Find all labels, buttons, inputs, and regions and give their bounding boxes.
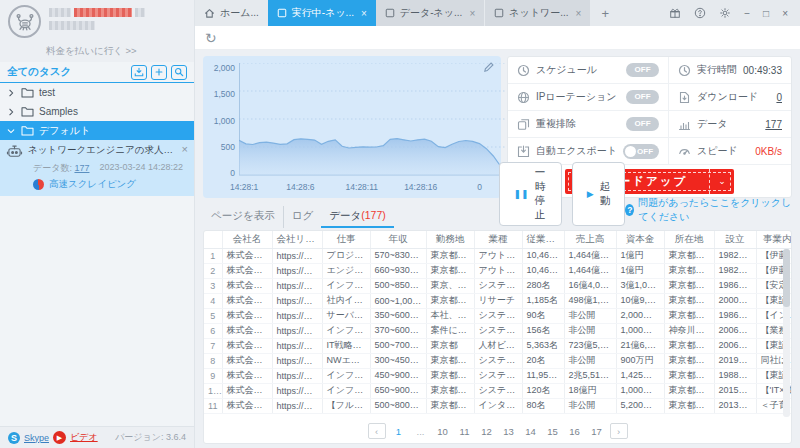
table-row[interactable]: 5株式会社ワ...https://www...サーバーエ...350~600万円… (204, 308, 792, 323)
table-row[interactable]: 11株式会社ミ...https://www...【フルリモ...500~800万… (204, 398, 792, 413)
page-ellipsis: ... (412, 423, 430, 439)
table-row[interactable]: 8株式会社CR...https://www...NWエンジニ...300~450… (204, 353, 792, 368)
video-icon[interactable]: ▶ (53, 431, 66, 444)
tab-running-task[interactable]: 実行中-ネッ...× (268, 0, 376, 26)
table-row[interactable]: 1株式会社ベ...https://www...プロジェク...570~830万円… (204, 248, 792, 263)
upgrade-link[interactable]: 料金を払いに行く >> (0, 44, 194, 62)
table-cell: https://www... (272, 248, 322, 263)
table-cell: プロジェク... (322, 248, 370, 263)
import-task-icon[interactable] (131, 65, 147, 80)
table-row[interactable]: 10株式会社SA...https://www...インフラ系P...650~90… (204, 383, 792, 398)
table-row[interactable]: 2株式会社ベ...https://www...エンジニア...660~930万円… (204, 263, 792, 278)
question-icon: ? (625, 204, 634, 216)
gear-icon[interactable] (719, 7, 731, 19)
table-cell: 1 (204, 248, 222, 263)
video-link[interactable]: ビデオ (70, 431, 98, 444)
help-link[interactable]: ? 問題があったらここをクリックしてください (625, 196, 792, 224)
x-tick-label: 0 (477, 182, 482, 192)
y-tick-label: 500 (221, 142, 235, 152)
next-page-button[interactable]: › (610, 423, 628, 439)
tab-data-task[interactable]: データ-ネッ...× (376, 0, 485, 26)
pause-button[interactable]: ❚❚一時停止 (499, 162, 562, 226)
tab-show-page[interactable]: ページを表示 (203, 206, 283, 228)
toggle-off[interactable]: OFF (626, 90, 659, 104)
page-button-11[interactable]: 11 (456, 423, 474, 439)
tab-data[interactable]: データ(177) (321, 206, 394, 228)
table-cell: 案件により... (426, 323, 474, 338)
skype-link[interactable]: Skype (24, 433, 49, 443)
close-tab-icon[interactable]: × (576, 8, 582, 19)
table-row[interactable]: 6株式会社ネ...https://www...インフラPL...370~600万… (204, 323, 792, 338)
find-task-icon[interactable] (171, 65, 187, 80)
table-cell: 21億6,300万... (616, 338, 664, 353)
close-tab-icon[interactable]: × (469, 8, 475, 19)
close-tab-icon[interactable]: × (361, 8, 367, 19)
x-tick-label: 14:28:6 (286, 182, 314, 192)
setting-label: スケジュール (536, 63, 620, 77)
page-button-12[interactable]: 12 (478, 423, 496, 439)
chart-plot: 14:28:114:28:614:28:1114:28:160 (239, 63, 495, 194)
stat-value[interactable]: 177 (765, 119, 782, 130)
table-cell: https://www... (272, 368, 322, 383)
table-cell: 5,363名 (522, 338, 564, 353)
setting-label: 自動エクスポート (536, 144, 617, 158)
gift-icon[interactable] (669, 7, 681, 19)
refresh-icon[interactable]: ↻ (205, 31, 217, 45)
column-header: 勤務地 (426, 231, 474, 248)
table-row[interactable]: 3株式会社バ...https://www...インフラエ...500~850万円… (204, 278, 792, 293)
page-button-1[interactable]: 1 (390, 423, 408, 439)
table-row[interactable]: 7株式会社ウ...https://www...IT戦略本部...500~700万… (204, 338, 792, 353)
chevron-right-icon[interactable] (6, 108, 16, 116)
setting-label: IPローテーション (536, 90, 620, 104)
tab-log[interactable]: ログ (283, 206, 322, 228)
minimize-button[interactable]: − (744, 8, 750, 19)
close-button[interactable]: × (782, 8, 788, 19)
table-cell: 東京都本社... (426, 383, 474, 398)
table-cell: 9 (204, 368, 222, 383)
new-task-icon[interactable] (151, 65, 167, 80)
table-row[interactable]: 4株式会社マ...https://www...社内インフ...600~1,000… (204, 293, 792, 308)
page-button-16[interactable]: 16 (566, 423, 584, 439)
table-cell: 東京都港区 (426, 248, 474, 263)
toggle-off[interactable]: OFF (626, 117, 659, 131)
chevron-down-icon[interactable] (6, 127, 16, 135)
page-button-15[interactable]: 15 (544, 423, 562, 439)
new-tab-button[interactable]: + (591, 0, 619, 26)
stat-value[interactable]: 0 (776, 92, 782, 103)
page-button-13[interactable]: 13 (500, 423, 518, 439)
table-row[interactable]: 9株式会社エ...https://www...インフラエ...450~900万円… (204, 368, 792, 383)
folder-item-test[interactable]: test (0, 83, 194, 102)
task-data-count-link[interactable]: 177 (74, 163, 89, 173)
tab-network-task[interactable]: ネットワー...× (485, 0, 591, 26)
table-cell: 1,464億7,90... (564, 263, 616, 278)
speedup-dropdown-icon[interactable]: ⌄ (709, 169, 734, 194)
table-cell: 1,000万円 (616, 383, 664, 398)
start-button[interactable]: ▶起動 (572, 162, 625, 226)
toggle-off[interactable]: OFF (623, 144, 659, 159)
table-cell: 11 (204, 398, 222, 413)
folder-item-デフォルト[interactable]: デフォルト (0, 121, 194, 140)
stat-value: 00:49:33 (743, 65, 782, 76)
toggle-off[interactable]: OFF (626, 63, 659, 77)
table-scrollbar (783, 249, 790, 417)
table-cell: インフラエ... (322, 278, 370, 293)
main-area: ホーム... 実行中-ネッ...× データ-ネッ...× ネットワー...× +… (195, 0, 800, 448)
page-button-10[interactable]: 10 (434, 423, 452, 439)
table-cell: 90名 (522, 308, 564, 323)
table-scrollbar-thumb[interactable] (783, 249, 790, 307)
skype-icon[interactable]: S (8, 432, 20, 444)
sidebar-footer: S Skype ▶ ビデオ バージョン: 3.6.4 (0, 426, 194, 448)
edit-chart-icon[interactable] (483, 62, 494, 73)
maximize-button[interactable]: □ (763, 8, 769, 19)
table-cell: 156名 (522, 323, 564, 338)
table-cell: インフラ系P... (322, 383, 370, 398)
page-button-17[interactable]: 17 (588, 423, 606, 439)
page-button-14[interactable]: 14 (522, 423, 540, 439)
prev-page-button[interactable]: ‹ (368, 423, 386, 439)
task-card[interactable]: ネットワークエンジニアの求人情報一覧(1... × データ数: 177 2023… (0, 140, 194, 196)
help-icon[interactable] (694, 7, 706, 19)
chevron-right-icon[interactable] (6, 89, 16, 97)
folder-item-Samples[interactable]: Samples (0, 102, 194, 121)
close-task-icon[interactable]: × (182, 144, 188, 154)
tab-home[interactable]: ホーム... (195, 0, 268, 26)
